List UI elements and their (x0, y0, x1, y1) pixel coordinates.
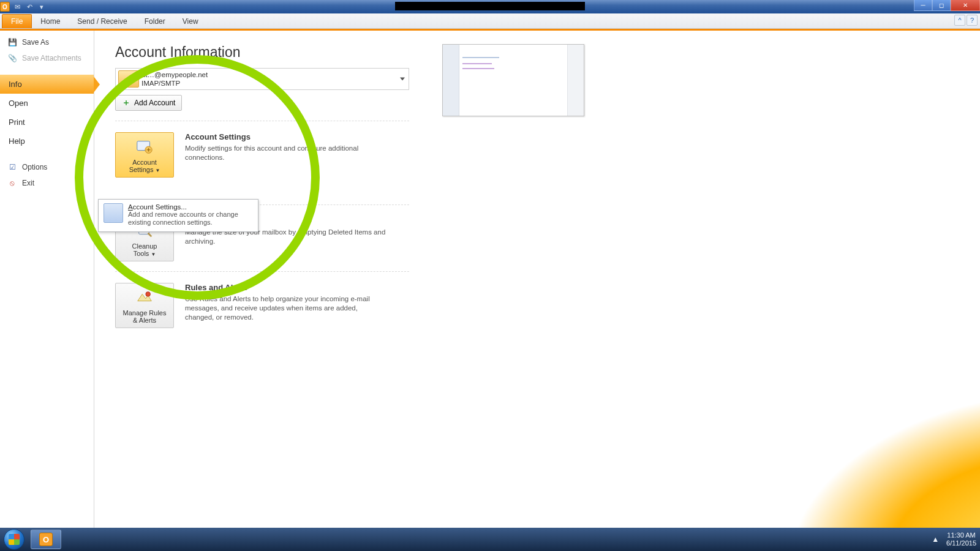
options-icon: ☑ (7, 162, 17, 172)
popup-desc: Add and remove accounts or change existi… (128, 211, 253, 227)
account-info: dt…@emypeople.net IMAP/SMTP (141, 70, 208, 88)
send-receive-qat-icon[interactable]: ✉ (12, 2, 22, 12)
window-title-redacted (395, 2, 585, 10)
help-icon[interactable]: ? (967, 15, 978, 26)
tab-home[interactable]: Home (32, 15, 69, 28)
account-settings-popup-icon (104, 203, 123, 223)
nav-options[interactable]: ☑ Options (0, 159, 94, 175)
tab-view[interactable]: View (174, 15, 207, 28)
button-line1: Cleanup (132, 242, 157, 250)
nav-exit[interactable]: ⦸ Exit (0, 175, 94, 191)
outlook-task-icon: O (39, 533, 53, 546)
quick-access-toolbar: O ✉ ↶ ▾ (0, 2, 47, 12)
button-line2: & Alerts (133, 317, 156, 324)
account-email: dt…@emypeople.net (141, 70, 208, 79)
svg-point-3 (146, 292, 151, 297)
tab-file[interactable]: File (2, 14, 32, 28)
account-settings-button[interactable]: Account Settings▼ (115, 132, 174, 178)
section-title: Account Settings (185, 132, 387, 141)
account-settings-menu-item[interactable]: Account Settings... Add and remove accou… (98, 199, 258, 232)
nav-save-attachments: 📎 Save Attachments (0, 50, 94, 66)
info-preview-area (425, 31, 980, 528)
tray-show-hidden-icon[interactable]: ▲ (932, 535, 939, 544)
ribbon-corner: ^ ? (954, 15, 978, 26)
ribbon-tabs: File Home Send / Receive Folder View ^ ? (0, 13, 980, 29)
account-settings-icon (134, 138, 155, 156)
add-account-button[interactable]: ＋ Add Account (115, 95, 182, 111)
nav-print[interactable]: Print (0, 113, 94, 132)
nav-info[interactable]: Info (0, 75, 94, 94)
windows-orb-icon (4, 529, 24, 550)
save-icon: 💾 (7, 37, 17, 47)
system-tray: ▲ 11:30 AM 6/11/2015 (932, 528, 976, 551)
close-button[interactable]: ✕ (951, 0, 980, 11)
exit-icon: ⦸ (7, 178, 17, 188)
popup-text: Account Settings... Add and remove accou… (128, 203, 253, 227)
button-line2: Settings▼ (129, 166, 160, 173)
section-rules: Manage Rules & Alerts Rules and Alerts U… (115, 272, 409, 328)
undo-qat-icon[interactable]: ↶ (24, 2, 34, 12)
nav-save-as[interactable]: 💾 Save As (0, 34, 94, 50)
button-line1: Account (132, 159, 157, 166)
section-desc: Modify settings for this account and con… (185, 144, 387, 162)
info-panel: Account Information dt…@emypeople.net IM… (94, 31, 425, 528)
attachment-icon: 📎 (7, 53, 17, 63)
nav-open[interactable]: Open (0, 94, 94, 113)
manage-rules-button[interactable]: Manage Rules & Alerts (115, 283, 174, 328)
outlook-badge-icon: O (0, 2, 10, 12)
outlook-window: O ✉ ↶ ▾ ─ ◻ ✕ File Home Send / Receive F… (0, 0, 980, 528)
backstage-main: Account Information dt…@emypeople.net IM… (94, 31, 980, 528)
maximize-button[interactable]: ◻ (932, 0, 951, 11)
account-selector[interactable]: dt…@emypeople.net IMAP/SMTP (115, 68, 409, 90)
section-account-settings: Account Settings▼ Account Settings Modif… (115, 121, 409, 178)
qat-customize-icon[interactable]: ▾ (37, 2, 47, 12)
section-desc: Use Rules and Alerts to help organize yo… (185, 294, 387, 322)
minimize-button[interactable]: ─ (914, 0, 932, 11)
page-title: Account Information (115, 44, 425, 61)
start-button[interactable] (0, 528, 28, 551)
nav-label: Save As (22, 38, 49, 47)
clock-time: 11:30 AM (946, 531, 976, 539)
taskbar-outlook-button[interactable]: O (31, 530, 61, 549)
clock[interactable]: 11:30 AM 6/11/2015 (946, 531, 976, 547)
button-line1: Manage Rules (123, 309, 167, 317)
section-text: Rules and Alerts Use Rules and Alerts to… (185, 283, 387, 328)
section-title: Rules and Alerts (185, 283, 387, 292)
tab-folder[interactable]: Folder (136, 15, 174, 28)
taskbar: O ▲ 11:30 AM 6/11/2015 (0, 528, 980, 551)
nav-label: Options (22, 163, 47, 171)
rules-icon (134, 288, 155, 307)
popup-title: Account Settings... (128, 203, 253, 211)
backstage: 💾 Save As 📎 Save Attachments Info Open P… (0, 29, 980, 528)
clock-date: 6/11/2015 (946, 539, 976, 547)
plus-icon: ＋ (122, 97, 130, 108)
titlebar: O ✉ ↶ ▾ ─ ◻ ✕ (0, 0, 980, 13)
backstage-nav: 💾 Save As 📎 Save Attachments Info Open P… (0, 31, 94, 528)
window-buttons: ─ ◻ ✕ (914, 0, 980, 11)
ribbon-minimize-icon[interactable]: ^ (954, 15, 965, 26)
nav-label: Exit (22, 179, 34, 187)
account-type: IMAP/SMTP (141, 79, 208, 88)
mailbox-preview-thumbnail (442, 44, 584, 116)
button-line2: Tools▼ (134, 250, 156, 257)
dropdown-arrow-icon (400, 78, 405, 81)
add-account-label: Add Account (134, 99, 175, 107)
decorative-swoosh (723, 365, 980, 528)
account-folder-icon (118, 70, 139, 88)
tab-send-receive[interactable]: Send / Receive (69, 15, 135, 28)
nav-help[interactable]: Help (0, 132, 94, 151)
section-text: Account Settings Modify settings for thi… (185, 132, 387, 178)
nav-label: Save Attachments (22, 54, 81, 62)
